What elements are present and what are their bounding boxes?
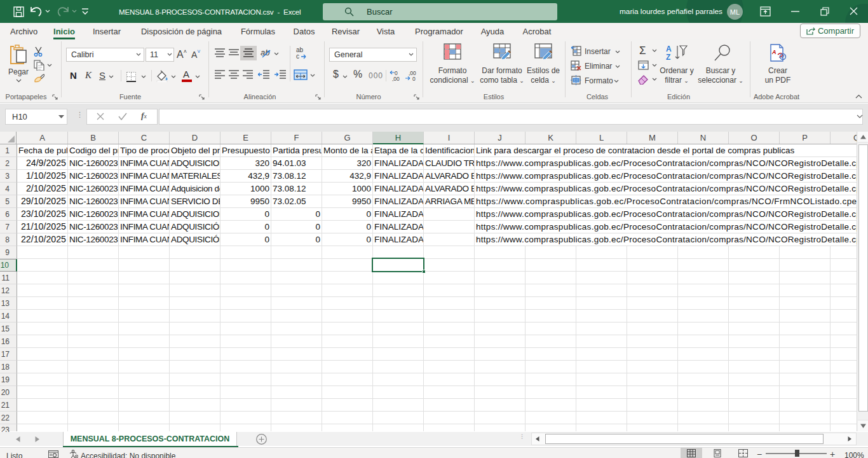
svg-text:A: A [666,45,672,53]
svg-text:ab: ab [261,48,269,57]
svg-text:,00: ,00 [392,76,400,81]
svg-text:Z: Z [666,53,670,61]
svg-text:c: c [296,53,299,59]
svg-text:A: A [771,49,776,55]
svg-text:0: 0 [412,76,416,81]
